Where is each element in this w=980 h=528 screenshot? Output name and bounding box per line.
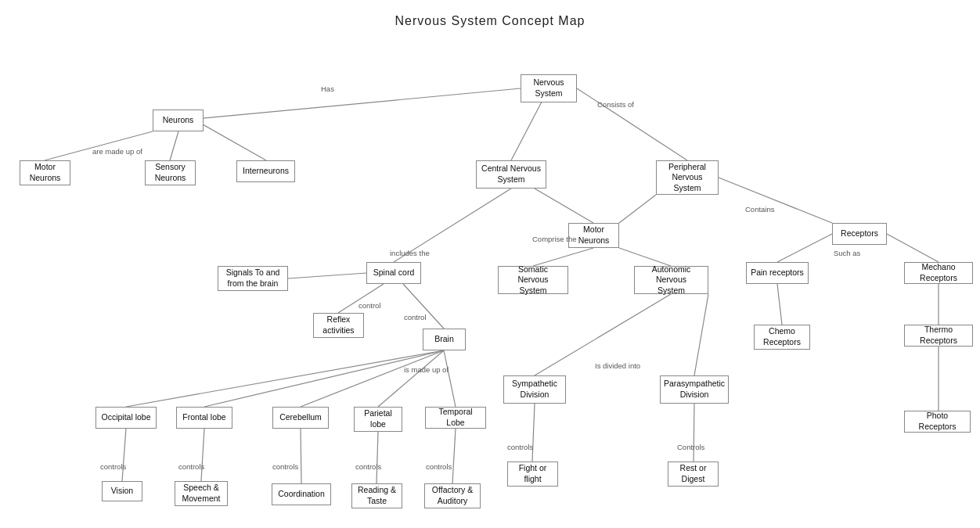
edge-label-14: controls xyxy=(178,462,204,471)
svg-line-12 xyxy=(777,234,832,262)
speech: Speech &Movement xyxy=(175,481,228,506)
occipital: Occipital lobe xyxy=(95,407,157,429)
svg-line-11 xyxy=(619,248,671,266)
svg-line-14 xyxy=(288,273,366,278)
edge-label-16: controls xyxy=(355,462,381,471)
edge-label-15: controls xyxy=(272,462,298,471)
receptors: Receptors xyxy=(832,223,887,245)
parietal: Parietallobe xyxy=(354,407,402,432)
svg-line-17 xyxy=(777,284,782,325)
mechano: Mechano Receptors xyxy=(904,262,973,284)
svg-line-8 xyxy=(619,195,656,223)
svg-line-16 xyxy=(403,284,444,329)
svg-line-24 xyxy=(444,350,456,407)
svg-line-22 xyxy=(301,350,444,407)
signals: Signals To andfrom the brain xyxy=(218,266,288,291)
svg-line-5 xyxy=(196,120,266,160)
svg-line-7 xyxy=(535,189,593,223)
edge-label-11: controls xyxy=(507,443,533,451)
svg-line-4 xyxy=(170,131,178,160)
reading: Reading &Taste xyxy=(351,483,402,508)
cerebellum: Cerebellum xyxy=(272,407,329,429)
motor-neurons-top: MotorNeurons xyxy=(20,160,70,185)
svg-line-3 xyxy=(45,131,153,160)
edge-label-9: control xyxy=(404,313,427,321)
photo: Photo Receptors xyxy=(904,411,971,433)
vision: Vision xyxy=(102,481,142,501)
edge-label-13: controls xyxy=(100,462,126,471)
edge-label-3: Contains xyxy=(745,205,775,214)
neurons: Neurons xyxy=(153,110,204,131)
svg-line-29 xyxy=(122,429,126,481)
frontal: Frontal lobe xyxy=(176,407,232,429)
edge-label-5: includes the xyxy=(390,249,430,257)
spinal-cord: Spinal cord xyxy=(366,262,421,284)
svg-line-28 xyxy=(694,294,708,375)
edge-label-10: is made up of xyxy=(404,365,449,374)
chemo: ChemoReceptors xyxy=(754,325,810,350)
edge-label-12: Controls xyxy=(677,443,704,451)
cns: Central NervousSystem xyxy=(476,160,546,189)
edge-label-17: controls xyxy=(426,462,452,471)
svg-line-20 xyxy=(126,350,444,407)
temporal: Temporal Lobe xyxy=(425,407,486,429)
svg-line-30 xyxy=(201,429,204,481)
fight-flight: Fight orflight xyxy=(507,462,558,487)
svg-line-10 xyxy=(533,248,593,266)
pns: PeripheralNervousSystem xyxy=(656,160,719,195)
edge-label-4: Such as xyxy=(834,249,860,257)
edge-label-1: Consists of xyxy=(597,100,634,109)
thermo: Thermo Receptors xyxy=(904,325,973,347)
olfactory: Offactory &Auditory xyxy=(424,483,481,508)
svg-line-33 xyxy=(452,429,456,483)
autonomic: Autonomic NervousSystem xyxy=(634,266,708,294)
coordination: Coordination xyxy=(272,483,331,505)
svg-line-25 xyxy=(532,404,535,462)
svg-line-26 xyxy=(694,404,694,462)
edge-label-0: Has xyxy=(321,84,334,93)
somatic: Somatic NervousSystem xyxy=(498,266,568,294)
pain-receptors: Pain receptors xyxy=(746,262,809,284)
svg-line-13 xyxy=(887,234,939,262)
sympathetic: SympatheticDivision xyxy=(503,375,566,404)
edge-label-7: Is divided into xyxy=(595,361,640,370)
svg-line-23 xyxy=(378,350,444,407)
edge-label-2: are made up of xyxy=(92,147,142,156)
interneurons: Interneurons xyxy=(236,160,295,182)
svg-line-31 xyxy=(301,429,301,483)
page-title: Nervous System Concept Map xyxy=(0,0,980,28)
brain: Brain xyxy=(423,329,466,350)
parasympathetic: ParasympatheticDivision xyxy=(660,375,729,404)
rest-digest: Rest orDigest xyxy=(668,462,719,487)
svg-line-0 xyxy=(178,88,521,120)
edge-label-6: Comprise the xyxy=(532,235,577,243)
svg-line-21 xyxy=(204,350,444,407)
svg-line-2 xyxy=(577,88,687,160)
edge-label-8: control xyxy=(358,301,381,310)
nervous-system: NervousSystem xyxy=(521,74,577,102)
sensory-neurons: SensoryNeurons xyxy=(145,160,196,185)
svg-line-32 xyxy=(377,432,378,483)
svg-line-9 xyxy=(719,178,832,223)
reflex: Reflexactivities xyxy=(313,313,364,338)
